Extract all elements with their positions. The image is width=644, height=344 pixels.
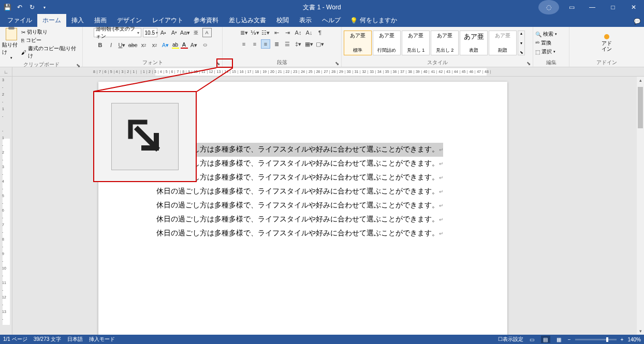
tab-home[interactable]: ホーム	[37, 14, 66, 27]
styles-more-button[interactable]: ▴▾⬊	[518, 31, 525, 55]
paste-button[interactable]: 貼り付け ▾	[2, 28, 20, 60]
styles-gallery[interactable]: あア亜標準 あア亜行間詰め あア亜見出し 1 あア亜見出し 2 あア亜表題 あア…	[344, 31, 525, 55]
language-indicator[interactable]: 日本語	[67, 336, 83, 343]
style-heading2[interactable]: あア亜見出し 2	[431, 31, 459, 55]
align-left-button[interactable]: ≡	[239, 39, 248, 49]
subscript-button[interactable]: x2	[139, 40, 149, 50]
char-border-button[interactable]: ⦵	[200, 40, 210, 50]
document-body[interactable]: 休日の過ごし方は多種多様で、ライフスタイルや好みに合わせて選ぶことができます。↵…	[156, 143, 443, 241]
select-button[interactable]: ⬚選択▾	[535, 48, 557, 55]
tab-references[interactable]: 参考資料	[188, 14, 224, 27]
borders-button[interactable]: ▢▾	[315, 39, 325, 49]
text-direction-button[interactable]: A↕	[294, 28, 303, 37]
save-icon[interactable]: 💾	[3, 3, 11, 11]
shrink-font-button[interactable]: A▾	[170, 28, 179, 37]
print-layout-icon[interactable]: ▤	[541, 336, 550, 343]
account-icon[interactable]: ◌	[538, 0, 559, 14]
text-line[interactable]: 休日の過ごし方は多種多様で、ライフスタイルや好みに合わせて選ぶことができます。↵	[156, 213, 443, 227]
minimize-icon[interactable]: —	[582, 0, 603, 14]
text-line[interactable]: 休日の過ごし方は多種多様で、ライフスタイルや好みに合わせて選ぶことができます。↵	[156, 143, 443, 157]
tell-me[interactable]: 💡何をしますか	[346, 14, 401, 27]
tab-layout[interactable]: レイアウト	[147, 14, 188, 27]
scroll-up-icon[interactable]: ▴	[637, 77, 644, 84]
tab-review[interactable]: 校閲	[271, 14, 294, 27]
close-icon[interactable]: ✕	[623, 0, 644, 14]
paragraph-dialog-launcher-icon[interactable]: ⬊	[334, 60, 340, 66]
redo-icon[interactable]: ↻	[28, 3, 36, 11]
read-mode-icon[interactable]: ▭	[528, 336, 537, 343]
undo-icon[interactable]: ↶	[16, 3, 24, 11]
tab-help[interactable]: ヘルプ	[317, 14, 346, 27]
ruby-button[interactable]: 亜	[192, 28, 201, 37]
justify-button[interactable]: ≣	[272, 39, 281, 49]
font-name-dropdown[interactable]: 游明朝 (本文のフォン	[94, 28, 141, 37]
style-nospacing[interactable]: あア亜行間詰め	[373, 31, 401, 55]
multilevel-button[interactable]: ☷▾	[261, 28, 270, 37]
scroll-down-icon[interactable]: ▾	[637, 327, 644, 335]
zoom-slider[interactable]	[575, 339, 617, 340]
italic-button[interactable]: I	[107, 40, 116, 50]
comments-icon[interactable]: 💬	[634, 18, 641, 27]
change-case-button[interactable]: Aa▾	[181, 28, 190, 37]
replace-button[interactable]: ᵃᵇ置換	[535, 39, 557, 47]
style-normal[interactable]: あア亜標準	[344, 31, 372, 55]
vertical-scrollbar[interactable]: ▴ ▾	[637, 77, 644, 335]
highlight-button[interactable]: ab	[172, 42, 179, 49]
grow-font-button[interactable]: A▴	[159, 28, 168, 37]
qat-more-icon[interactable]: ▾	[40, 3, 49, 11]
shading-button[interactable]: ▦▾	[304, 39, 314, 49]
display-settings[interactable]: ☐表示設定	[498, 336, 523, 343]
text-line[interactable]: 休日の過ごし方は多種多様で、ライフスタイルや好みに合わせて選ぶことができます。↵	[156, 171, 443, 185]
tab-draw[interactable]: 描画	[89, 14, 112, 27]
cut-button[interactable]: ✂切り取り	[21, 28, 80, 36]
distribute-button[interactable]: ☰	[283, 39, 292, 49]
text-line[interactable]: 休日の過ごし方は多種多様で、ライフスタイルや好みに合わせて選ぶことができます。↵	[156, 199, 443, 213]
tab-view[interactable]: 表示	[294, 14, 317, 27]
char-shading-button[interactable]: A▾	[189, 40, 199, 50]
format-painter-button[interactable]: 🖌書式のコピー/貼り付け	[21, 45, 80, 59]
bold-button[interactable]: B	[96, 40, 105, 50]
styles-dialog-launcher-icon[interactable]: ⬊	[525, 60, 532, 66]
bullets-button[interactable]: ≣▾	[239, 28, 248, 37]
show-marks-button[interactable]: ¶	[315, 28, 325, 37]
zoom-in-button[interactable]: +	[621, 337, 624, 342]
increase-indent-button[interactable]: ⇥	[283, 28, 292, 37]
font-size-dropdown[interactable]: 10.5	[143, 28, 157, 37]
underline-button[interactable]: U▾	[118, 40, 127, 50]
align-center-button[interactable]: ≡	[250, 39, 259, 49]
style-heading1[interactable]: あア亜見出し 1	[402, 31, 430, 55]
tab-design[interactable]: デザイン	[112, 14, 147, 27]
zoom-level[interactable]: 140%	[627, 337, 641, 342]
numbering-button[interactable]: ⅓▾	[250, 28, 259, 37]
decrease-indent-button[interactable]: ⇤	[272, 28, 281, 37]
tab-mailings[interactable]: 差し込み文書	[224, 14, 271, 27]
scroll-thumb[interactable]	[638, 87, 643, 128]
tab-file[interactable]: ファイル	[2, 14, 37, 27]
strike-button[interactable]: abc	[128, 40, 138, 50]
align-right-button[interactable]: ≡	[261, 39, 270, 49]
enclose-char-button[interactable]: A	[202, 28, 212, 37]
text-line[interactable]: 休日の過ごし方は多種多様で、ライフスタイルや好みに合わせて選ぶことができます。↵	[156, 185, 443, 199]
paragraph-mark-icon: ↵	[439, 203, 443, 208]
superscript-button[interactable]: x2	[150, 40, 159, 50]
vertical-ruler[interactable]: 3 - 2 - 1 - - 1 - 2 - 3 - 4 - 5 - 6 - 7 …	[0, 77, 12, 335]
font-color-button[interactable]: A	[181, 41, 188, 49]
addins-button[interactable]: アド イン	[598, 32, 615, 54]
copy-button[interactable]: ⎘コピー	[21, 37, 80, 44]
line-spacing-button[interactable]: ‡▾	[294, 39, 303, 49]
word-count[interactable]: 39/273 文字	[34, 336, 61, 343]
text-line[interactable]: 休日の過ごし方は多種多様で、ライフスタイルや好みに合わせて選ぶことができます。↵	[156, 157, 443, 171]
tab-insert[interactable]: 挿入	[66, 14, 89, 27]
sort-button[interactable]: A↓	[304, 28, 314, 37]
ribbon-display-icon[interactable]: ▭	[561, 0, 582, 14]
page-indicator[interactable]: 1/1 ページ	[3, 336, 27, 343]
maximize-icon[interactable]: □	[603, 0, 623, 14]
text-effects-button[interactable]: A▾	[161, 40, 170, 50]
insert-mode[interactable]: 挿入モード	[89, 336, 115, 343]
zoom-out-button[interactable]: −	[568, 337, 571, 342]
text-line[interactable]: 休日の過ごし方は多種多様で、ライフスタイルや好みに合わせて選ぶことができます。↵	[156, 227, 443, 241]
style-subtitle[interactable]: あア亜副題	[489, 31, 517, 55]
find-button[interactable]: 🔍検索▾	[535, 31, 557, 38]
web-layout-icon[interactable]: ▦	[554, 336, 564, 343]
style-title[interactable]: あア亜表題	[460, 31, 488, 55]
